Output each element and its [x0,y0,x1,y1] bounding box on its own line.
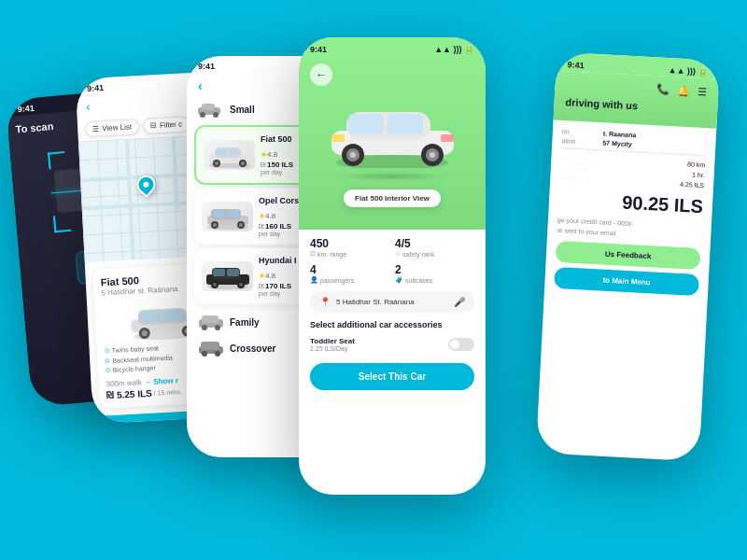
stat-suitcases: 2 🧳 suitcases [395,263,474,284]
svg-point-56 [430,152,435,158]
bell-icon[interactable]: 🔔 [677,85,691,98]
interior-view-button[interactable]: Fiat 500 Interior View [344,189,441,207]
total-price: 90.25 ILS [558,189,704,217]
phone4-time: 9:41 [310,45,327,54]
phones-container: 9:41 ▪▪▪ To scan ⊡ 9:41 [9,19,738,541]
fiat-car-image [204,140,255,170]
svg-point-37 [239,283,243,287]
svg-rect-57 [348,114,384,134]
svg-rect-41 [202,315,218,323]
detail-stats: 450 ⊡ km. range 4/5 ☆ safety rank 4 [310,237,474,284]
phone-icon[interactable]: 📞 [656,83,670,96]
phone1-time: 9:41 [17,104,35,115]
feedback-button[interactable]: Us Feedback [556,241,701,270]
svg-point-28 [239,223,243,227]
star-icon: ☆ [395,250,401,258]
location-icon: 📍 [319,297,331,307]
svg-point-43 [215,325,220,330]
opel-car-image [202,202,253,231]
booking-title: driving with us [565,96,706,115]
family-car-icon [198,314,224,330]
suitcase-icon: 🧳 [395,276,403,284]
detail-body: 450 ⊡ km. range 4/5 ☆ safety rank 4 [299,230,486,398]
stat-km-range: 450 ⊡ km. range [310,237,389,258]
accessory-row-toddler: Toddler Seat 2.25 ILS/Day [310,333,474,356]
svg-point-11 [200,112,205,118]
stat-safety: 4/5 ☆ safety rank [395,237,474,258]
list-back-arrow[interactable]: ‹ [198,78,203,93]
svg-point-19 [241,161,245,165]
payment-info: ge your credit card - 0000 re sent to yo… [557,216,702,243]
svg-point-17 [215,161,218,165]
svg-rect-29 [213,210,225,217]
menu-icon[interactable]: ☰ [698,86,708,99]
main-menu-button[interactable]: to Main Menu [554,267,699,296]
detail-car-image [320,95,465,168]
map-back-arrow[interactable]: ‹ [86,99,92,114]
location-row: 📍 5 Hatidhar St. Raánana 🎤 [310,291,474,313]
select-car-button[interactable]: Select This Car [310,363,474,390]
svg-point-12 [213,112,218,118]
svg-rect-30 [227,210,239,217]
list-icon: ☰ [92,124,99,133]
svg-rect-39 [227,269,239,276]
phone5-time: 9:41 [567,60,585,70]
phone-booking: 9:41 ▲▲ ))) 🔋 📞 🔔 ☰ driving with us on t… [536,52,720,462]
svg-point-42 [202,325,207,330]
svg-point-35 [213,283,217,287]
person-icon: 👤 [310,276,318,284]
map-location-pin [136,175,161,203]
phone4-status-bar: 9:41 ▲▲ ))) 🔋 [299,37,486,56]
svg-rect-8 [162,310,183,322]
svg-rect-58 [388,114,423,134]
crossover-car-icon [198,340,224,357]
svg-point-26 [213,223,217,227]
detail-car-main [310,86,474,186]
svg-rect-60 [441,134,454,142]
accessories-title: Select additional car accessories [310,320,474,329]
svg-rect-38 [213,269,225,276]
svg-rect-45 [201,342,219,350]
small-car-icon [196,101,222,118]
svg-rect-59 [331,134,345,142]
svg-rect-10 [202,104,215,110]
toddler-seat-toggle[interactable] [448,338,474,351]
svg-rect-7 [139,311,161,323]
phone-car-detail: 9:41 ▲▲ ))) 🔋 ← [299,37,486,495]
phone2-time: 9:41 [87,83,105,93]
booking-body: on t. Raanana ation 57 Mycity · · · · · … [544,120,717,304]
detail-back-button[interactable]: ← [310,63,332,86]
filter-icon: ⊟ [150,121,157,130]
svg-rect-21 [229,148,240,156]
stat-passengers: 4 👤 passengers [310,263,389,284]
km-icon: ⊡ [310,250,316,258]
mic-icon[interactable]: 🎤 [454,297,465,307]
filter-button[interactable]: ⊟ Filter c [143,116,190,134]
svg-point-46 [202,351,207,357]
detail-header: ← [299,56,486,230]
svg-point-47 [215,351,220,357]
booking-header-top: 📞 🔔 ☰ [566,78,707,98]
phone3-time: 9:41 [198,62,215,71]
view-list-button[interactable]: ☰ View List [85,119,140,137]
svg-point-53 [350,152,356,158]
svg-rect-20 [216,148,227,156]
hyundai-car-image [202,261,253,291]
booking-header: 📞 🔔 ☰ driving with us [554,71,720,129]
